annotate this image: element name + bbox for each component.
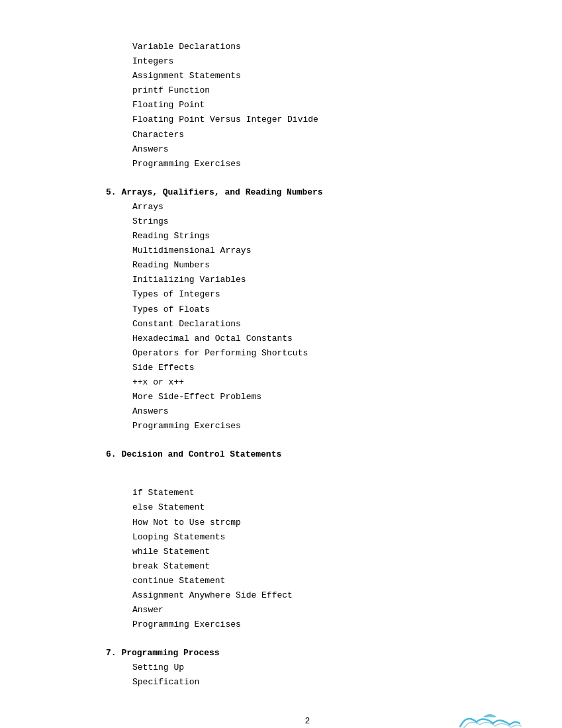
list-item: Characters	[132, 128, 509, 142]
section5-items: Arrays Strings Reading Strings Multidime…	[132, 200, 509, 434]
footer: FlyHeart.com TEAM FLY PRESENTS	[457, 710, 542, 728]
list-item: Types of Integers	[132, 287, 509, 302]
list-item: Answers	[132, 404, 509, 419]
page: Variable Declarations Integers Assignmen…	[0, 0, 562, 728]
list-item: More Side-Effect Problems	[132, 390, 509, 404]
list-item: ++x or x++	[132, 375, 509, 390]
list-item: Looping Statements	[132, 530, 509, 545]
list-item: Integers	[132, 54, 509, 69]
list-item: Floating Point	[132, 98, 509, 113]
section4-items: Variable Declarations Integers Assignmen…	[132, 40, 509, 171]
section6-block: 6. Decision and Control Statements if St…	[106, 449, 509, 632]
list-item: Programming Exercises	[132, 617, 509, 632]
list-item: while Statement	[132, 545, 509, 559]
list-item: Floating Point Versus Integer Divide	[132, 113, 509, 127]
page-number: 2	[106, 716, 509, 726]
list-item: Assignment Statements	[132, 69, 509, 83]
list-item: Types of Floats	[132, 302, 509, 317]
flyheart-logo	[457, 710, 523, 728]
section6-header: 6. Decision and Control Statements	[106, 449, 509, 459]
list-item: Setting Up	[132, 660, 509, 675]
list-item: Constant Declarations	[132, 317, 509, 332]
list-item: Specification	[132, 675, 509, 690]
list-item: Multidimensional Arrays	[132, 244, 509, 258]
list-item: Programming Exercises	[132, 419, 509, 433]
section5-block: 5. Arrays, Qualifiers, and Reading Numbe…	[106, 187, 509, 434]
list-item: Side Effects	[132, 361, 509, 375]
section6-items: if Statement else Statement How Not to U…	[132, 486, 509, 632]
list-item: break Statement	[132, 559, 509, 574]
section4-block: Variable Declarations Integers Assignmen…	[106, 40, 509, 171]
section7-header: 7. Programming Process	[106, 648, 509, 658]
list-item: Operators for Performing Shortcuts	[132, 346, 509, 361]
content-area: Variable Declarations Integers Assignmen…	[106, 40, 509, 726]
list-item: Reading Numbers	[132, 258, 509, 273]
list-item: Initializing Variables	[132, 273, 509, 287]
list-item: Reading Strings	[132, 229, 509, 244]
list-item: Variable Declarations	[132, 40, 509, 54]
list-item: How Not to Use strcmp	[132, 516, 509, 530]
list-item: printf Function	[132, 83, 509, 98]
list-item: Strings	[132, 214, 509, 229]
list-item: else Statement	[132, 500, 509, 515]
list-item: if Statement	[132, 486, 509, 500]
list-item: Programming Exercises	[132, 157, 509, 171]
list-item: Hexadecimal and Octal Constants	[132, 332, 509, 346]
list-item: continue Statement	[132, 574, 509, 588]
list-item: Assignment Anywhere Side Effect	[132, 588, 509, 603]
list-item: Arrays	[132, 200, 509, 214]
list-item: Answer	[132, 603, 509, 617]
section7-items: Setting Up Specification	[132, 660, 509, 690]
list-item: Answers	[132, 142, 509, 157]
section5-header: 5. Arrays, Qualifiers, and Reading Numbe…	[106, 187, 509, 197]
section7-block: 7. Programming Process Setting Up Specif…	[106, 648, 509, 690]
